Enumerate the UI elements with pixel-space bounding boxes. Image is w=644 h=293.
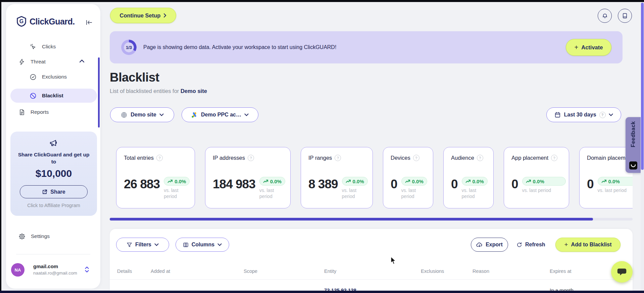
promo-caption: Click to Affiliate Program <box>10 203 97 208</box>
question-icon[interactable]: ? <box>335 155 341 161</box>
stat-caption: vs. last period <box>164 187 188 199</box>
page-subtitle-site: Demo site <box>181 88 207 94</box>
app-name: ClickGuard. <box>30 17 75 27</box>
stat-delta-badge: 0.0% <box>462 177 488 186</box>
continue-setup-button[interactable]: Continue Setup <box>110 8 176 23</box>
bell-icon <box>602 12 608 19</box>
refresh-button[interactable]: Refresh <box>516 238 545 252</box>
stat-label: Devices <box>391 155 410 161</box>
activate-label: Activate <box>581 44 603 51</box>
clickguard-app-window: G ClickGuard. Clicks Threat <box>0 0 644 293</box>
column-header-entity[interactable]: Entity <box>324 268 336 274</box>
stat-card-domain-placement: Domain placement? 0 0.0% vs. last period <box>579 147 633 208</box>
column-header-details[interactable]: Details <box>117 268 132 274</box>
stat-card-devices: Devices? 0 0.0% vs. last period <box>383 147 433 208</box>
columns-icon <box>183 242 189 248</box>
sidebar: G ClickGuard. Clicks Threat <box>6 4 100 289</box>
stat-delta-badge: 0.0% <box>342 177 368 186</box>
chat-launcher-button[interactable] <box>611 261 633 283</box>
stat-value: 0 <box>511 177 518 192</box>
activate-button[interactable]: + Activate <box>566 39 611 56</box>
workspace-switcher[interactable]: NA gmail.com naatali.ro@gmail.com <box>6 262 100 279</box>
banner-message: Page is showing demo data. Activate your… <box>143 44 336 50</box>
workspace-email: naatali.ro@gmail.com <box>33 271 77 276</box>
ppc-account-selector[interactable]: Demo PPC ac… <box>182 107 258 122</box>
notifications-button[interactable] <box>598 9 612 23</box>
stat-value: 26 883 <box>124 177 160 192</box>
column-header-added-at[interactable]: Added at <box>151 268 170 274</box>
gear-icon <box>18 233 26 240</box>
sidebar-item-clicks[interactable]: Clicks <box>10 40 116 53</box>
page-scrollbar-track[interactable] <box>641 2 644 291</box>
sidebar-divider <box>16 254 90 254</box>
select-chevrons-icon <box>85 266 89 273</box>
column-header-reason[interactable]: Reason <box>473 268 489 274</box>
sidebar-scrollbar[interactable] <box>98 57 100 128</box>
stat-value: 0 <box>587 177 594 192</box>
external-link-icon <box>42 189 47 195</box>
clickguard-shield-icon: G <box>16 16 27 27</box>
chevron-down-icon <box>217 243 222 246</box>
question-icon[interactable]: ? <box>248 155 254 161</box>
stat-delta-badge: 0.0% <box>401 177 427 186</box>
ppc-account-value: Demo PPC ac… <box>201 112 241 118</box>
clickguard-logo: G ClickGuard. <box>16 16 75 27</box>
window-top-edge <box>0 0 644 2</box>
question-icon[interactable]: ? <box>477 155 483 161</box>
badge-check-icon <box>30 74 37 81</box>
question-icon[interactable]: ? <box>156 155 163 161</box>
lightning-icon <box>18 58 25 65</box>
export-button[interactable]: Export <box>471 238 508 252</box>
chat-bubble-icon <box>617 267 627 277</box>
stat-delta-badge: 0.0% <box>164 177 190 186</box>
megaphone-icon <box>49 139 58 148</box>
site-selector-value: Demo site <box>131 112 156 118</box>
collapse-sidebar-icon[interactable] <box>86 19 93 26</box>
stat-value: 8 389 <box>308 177 338 192</box>
trend-up-icon <box>465 180 471 183</box>
stat-delta-badge: 0.0% <box>598 177 633 186</box>
sidebar-item-label: Exclusions <box>42 74 67 80</box>
add-to-blacklist-button[interactable]: + Add to Blacklist <box>555 238 621 252</box>
page-scrollbar-thumb[interactable] <box>641 3 644 170</box>
share-button[interactable]: Share <box>20 185 88 198</box>
stat-label: Total entries <box>124 155 154 161</box>
setup-progress-step: 1/3 <box>121 40 137 55</box>
blacklist-table-section: Filters Columns Export Refresh <box>110 229 633 293</box>
calendar-icon <box>554 111 561 118</box>
feedback-widget-icon <box>629 161 637 169</box>
stat-caption: vs. last period <box>598 187 633 193</box>
sidebar-item-blacklist[interactable]: Blacklist <box>10 89 97 103</box>
site-selector[interactable]: Demo site <box>110 107 174 122</box>
column-header-scope[interactable]: Scope <box>244 268 257 274</box>
column-header-expires-at[interactable]: Expires at <box>550 268 571 274</box>
chevron-down-icon <box>244 113 249 116</box>
cards-scrollbar-track[interactable] <box>110 218 633 221</box>
trend-up-icon <box>167 180 173 183</box>
stat-label: App placement <box>511 155 548 161</box>
question-icon[interactable]: ? <box>413 155 419 161</box>
cards-scrollbar-thumb[interactable] <box>110 218 593 221</box>
documentation-button[interactable] <box>618 9 632 23</box>
chevron-down-icon <box>154 243 159 246</box>
sidebar-item-reports[interactable]: Reports <box>10 105 105 119</box>
stat-value: 184 983 <box>213 177 255 192</box>
date-range-selector[interactable]: Last 30 days ? <box>546 107 621 122</box>
column-header-exclusions[interactable]: Exclusions <box>421 268 444 274</box>
stat-card-ip-ranges: IP ranges? 8 389 0.0% vs. last period <box>301 147 373 208</box>
sidebar-item-threat[interactable]: Threat <box>10 55 105 68</box>
columns-button[interactable]: Columns <box>176 238 229 252</box>
columns-label: Columns <box>192 242 214 248</box>
google-ads-icon <box>191 112 198 118</box>
stat-caption: vs. last period <box>462 187 486 199</box>
add-to-blacklist-label: Add to Blacklist <box>571 242 612 248</box>
question-icon[interactable]: ? <box>551 155 557 161</box>
sidebar-item-exclusions[interactable]: Exclusions <box>10 70 116 84</box>
sidebar-item-settings[interactable]: Settings <box>10 230 105 243</box>
filters-button[interactable]: Filters <box>116 238 169 252</box>
stat-label: Audience <box>451 155 474 161</box>
window-left-edge <box>0 0 1 293</box>
date-range-value: Last 30 days <box>564 112 596 118</box>
affiliate-promo-card[interactable]: Share ClickGuard and get up to $10,000 S… <box>10 132 97 216</box>
feedback-tab[interactable]: Feedback <box>626 117 641 173</box>
